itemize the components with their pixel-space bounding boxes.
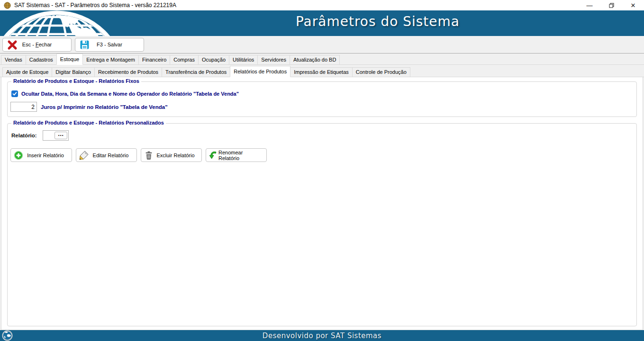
excluir-relatorio-label: Excluir Relatório bbox=[156, 153, 194, 158]
subtab-controle-de-producao[interactable]: Controle de Produção bbox=[352, 67, 410, 77]
footer-credit: Desenvolvido por SAT Sistemas bbox=[0, 332, 644, 340]
restore-button[interactable] bbox=[600, 0, 622, 10]
report-browse-button[interactable]: ··· bbox=[54, 132, 67, 139]
renomear-relatorio-button[interactable]: Renomear Relatório bbox=[206, 148, 267, 162]
close-x-icon bbox=[7, 40, 18, 50]
window-title: SAT Sistemas - SAT - Parâmetros do Siste… bbox=[14, 2, 176, 9]
subtab-recebimento-de-produtos[interactable]: Recebimento de Produtos bbox=[94, 67, 162, 77]
tab-utilitarios[interactable]: Utilitários bbox=[229, 55, 258, 64]
title-bar: SAT Sistemas - SAT - Parâmetros do Siste… bbox=[0, 0, 644, 10]
inserir-relatorio-button[interactable]: Inserir Relatório bbox=[10, 148, 72, 162]
trash-icon bbox=[144, 151, 154, 160]
window-controls: — ✕ bbox=[579, 0, 644, 10]
tab-financeiro[interactable]: Financeiro bbox=[138, 55, 170, 64]
checkmark-icon bbox=[12, 91, 17, 96]
hide-info-checkbox[interactable] bbox=[11, 90, 18, 97]
sub-tabstrip: Ajuste de Estoque Digitar Balanço Recebi… bbox=[0, 66, 644, 77]
fixed-reports-legend: Relatório de Produtos e Estoque - Relató… bbox=[11, 78, 141, 84]
app-globe-icon[interactable] bbox=[4, 2, 11, 9]
fixed-reports-groupbox: Relatório de Produtos e Estoque - Relató… bbox=[7, 81, 637, 117]
report-actions-row: Inserir Relatório Editar Relatório bbox=[10, 148, 267, 162]
hide-info-checkbox-label[interactable]: Ocultar Data, Hora, Dia da Semana e Nome… bbox=[21, 91, 239, 97]
app-header: Parâmetros do Sistema bbox=[0, 10, 644, 36]
esc-fechar-button[interactable]: Esc - Fechar bbox=[2, 38, 72, 52]
tab-compras[interactable]: Compras bbox=[170, 55, 199, 64]
tab-cadastros[interactable]: Cadastros bbox=[26, 55, 57, 64]
custom-reports-legend: Relatório de Produtos e Estoque - Relató… bbox=[11, 120, 166, 126]
report-lookup-field: ··· bbox=[43, 130, 69, 141]
footer-bar: Desenvolvido por SAT Sistemas bbox=[0, 330, 644, 341]
pen-icon bbox=[79, 151, 89, 160]
tab-estoque[interactable]: Estoque bbox=[56, 54, 83, 65]
interest-label: Juros p/ Imprimir no Relatório "Tabela d… bbox=[41, 104, 168, 110]
subtab-ajuste-de-estoque[interactable]: Ajuste de Estoque bbox=[2, 67, 52, 77]
editar-relatorio-button[interactable]: Editar Relatório bbox=[76, 148, 137, 162]
page-title: Parâmetros do Sistema bbox=[111, 14, 644, 29]
subtab-relatorios-de-produtos[interactable]: Relatórios de Produtos bbox=[230, 66, 290, 77]
renomear-relatorio-label: Renomear Relatório bbox=[218, 150, 263, 161]
tab-vendas[interactable]: Vendas bbox=[1, 55, 26, 64]
report-input[interactable] bbox=[43, 131, 55, 140]
tab-entrega-e-montagem[interactable]: Entrega e Montagem bbox=[82, 55, 139, 64]
subtab-digitar-balanco[interactable]: Digitar Balanço bbox=[52, 67, 95, 77]
custom-reports-groupbox: Relatório de Produtos e Estoque - Relató… bbox=[7, 123, 637, 326]
excluir-relatorio-button[interactable]: Excluir Relatório bbox=[141, 148, 202, 162]
close-button[interactable]: ✕ bbox=[622, 0, 644, 10]
subtab-transferencia-de-produtos[interactable]: Transferência de Produtos bbox=[162, 67, 230, 77]
content-panel: Relatório de Produtos e Estoque - Relató… bbox=[1, 77, 643, 330]
save-floppy-icon bbox=[80, 40, 90, 50]
subtab-impressao-de-etiquetas[interactable]: Impressão de Etiquetas bbox=[290, 67, 353, 77]
tab-atualizacao-do-bd[interactable]: Atualização do BD bbox=[290, 55, 340, 64]
rename-arrow-icon bbox=[209, 151, 218, 160]
tab-ocupacao[interactable]: Ocupação bbox=[198, 55, 229, 64]
minimize-button[interactable]: — bbox=[579, 0, 600, 10]
esc-fechar-label: Esc - Fechar bbox=[22, 42, 52, 47]
plus-circle-icon bbox=[14, 151, 23, 160]
interest-input[interactable] bbox=[10, 102, 37, 112]
report-field-label: Relatório: bbox=[11, 133, 43, 138]
main-tabstrip: Vendas Cadastros Estoque Entrega e Monta… bbox=[0, 54, 644, 65]
inserir-relatorio-label: Inserir Relatório bbox=[27, 153, 64, 158]
tab-servidores[interactable]: Servidores bbox=[257, 55, 290, 64]
sat-globe-logo bbox=[0, 10, 128, 36]
f3-salvar-label: F3 - Salvar bbox=[97, 42, 122, 47]
restore-icon bbox=[609, 3, 614, 8]
f3-salvar-button[interactable]: F3 - Salvar bbox=[75, 38, 144, 52]
editar-relatorio-label: Editar Relatório bbox=[93, 153, 129, 158]
toolbar: Esc - Fechar F3 - Salvar bbox=[0, 36, 644, 54]
